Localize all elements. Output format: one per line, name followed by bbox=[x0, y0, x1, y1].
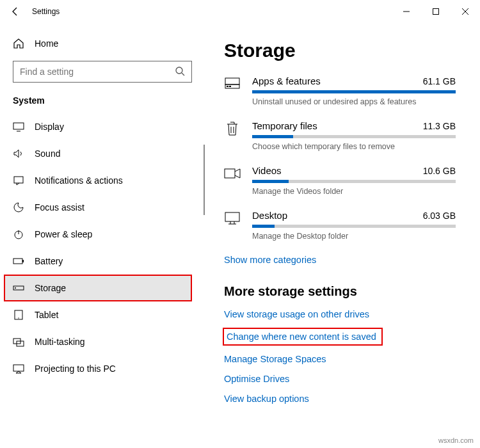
close-button[interactable] bbox=[451, 1, 480, 22]
storage-name: Apps & features bbox=[252, 76, 321, 86]
trash-icon bbox=[224, 120, 241, 137]
main-panel: Storage Apps & features61.1 GB Uninstall… bbox=[205, 23, 480, 448]
link-storage-spaces[interactable]: Manage Storage Spaces bbox=[224, 354, 456, 364]
window-controls bbox=[392, 1, 480, 22]
sidebar-item-label: Storage bbox=[35, 283, 66, 293]
storage-bar bbox=[252, 135, 456, 138]
storage-icon bbox=[13, 282, 24, 294]
sidebar-item-label: Focus assist bbox=[35, 202, 84, 212]
sidebar-home[interactable]: Home bbox=[0, 33, 205, 54]
home-icon bbox=[13, 38, 24, 49]
power-icon bbox=[13, 228, 24, 240]
apps-icon bbox=[224, 76, 241, 92]
search-input[interactable] bbox=[20, 67, 175, 77]
sidebar-item-tablet[interactable]: Tablet bbox=[0, 301, 205, 328]
sidebar-item-label: Power & sleep bbox=[35, 229, 92, 239]
storage-row-apps[interactable]: Apps & features61.1 GB Uninstall unused … bbox=[224, 76, 456, 106]
storage-row-desktop[interactable]: Desktop6.03 GB Manage the Desktop folder bbox=[224, 210, 456, 241]
storage-desc: Manage the Desktop folder bbox=[252, 232, 456, 241]
svg-rect-2 bbox=[13, 123, 24, 129]
storage-name: Desktop bbox=[252, 210, 287, 221]
storage-bar bbox=[252, 180, 456, 183]
notifications-icon bbox=[13, 175, 24, 186]
sidebar-item-label: Display bbox=[35, 122, 64, 132]
storage-bar bbox=[252, 225, 456, 228]
sidebar-home-label: Home bbox=[35, 38, 58, 49]
sidebar-item-power-sleep[interactable]: Power & sleep bbox=[0, 221, 205, 248]
back-button[interactable] bbox=[6, 3, 24, 20]
sidebar-item-projecting[interactable]: Projecting to this PC bbox=[0, 355, 205, 382]
more-settings-heading: More storage settings bbox=[224, 284, 456, 299]
maximize-button[interactable] bbox=[421, 1, 451, 22]
video-icon bbox=[224, 165, 241, 182]
sidebar-section-label: System bbox=[0, 92, 205, 113]
svg-rect-0 bbox=[433, 9, 439, 15]
storage-bar bbox=[252, 90, 456, 93]
sidebar-item-storage[interactable]: Storage bbox=[4, 275, 192, 301]
titlebar: Settings bbox=[0, 0, 480, 23]
sidebar-item-label: Notifications & actions bbox=[35, 175, 123, 186]
focus-assist-icon bbox=[13, 202, 24, 213]
svg-point-8 bbox=[15, 287, 16, 289]
sidebar-item-label: Sound bbox=[35, 148, 60, 159]
sidebar-item-notifications[interactable]: Notifications & actions bbox=[0, 167, 205, 194]
link-optimise-drives[interactable]: Optimise Drives bbox=[224, 374, 456, 384]
svg-rect-13 bbox=[13, 365, 24, 371]
desktop-icon bbox=[224, 210, 241, 227]
sidebar-item-battery[interactable]: Battery bbox=[0, 248, 205, 275]
svg-rect-17 bbox=[229, 86, 231, 87]
storage-size: 61.1 GB bbox=[423, 76, 456, 86]
storage-desc: Uninstall unused or undesired apps & fea… bbox=[252, 97, 456, 106]
sidebar-item-label: Projecting to this PC bbox=[35, 364, 116, 374]
sidebar: Home System Display Sound bbox=[0, 23, 205, 448]
svg-point-1 bbox=[176, 67, 182, 74]
sidebar-item-focus-assist[interactable]: Focus assist bbox=[0, 194, 205, 221]
battery-icon bbox=[13, 255, 24, 267]
scrollbar[interactable] bbox=[204, 145, 205, 215]
watermark: wsxdn.com bbox=[438, 436, 474, 444]
multitasking-icon bbox=[13, 336, 24, 348]
minimize-button[interactable] bbox=[392, 1, 421, 22]
search-box[interactable] bbox=[13, 61, 192, 83]
window-title: Settings bbox=[32, 7, 60, 16]
storage-desc: Manage the Videos folder bbox=[252, 187, 456, 196]
svg-rect-5 bbox=[13, 259, 22, 264]
link-other-drives[interactable]: View storage usage on other drives bbox=[224, 309, 456, 319]
sidebar-item-multitasking[interactable]: Multi-tasking bbox=[0, 328, 205, 355]
sound-icon bbox=[13, 148, 24, 159]
svg-rect-16 bbox=[227, 86, 228, 87]
svg-rect-3 bbox=[14, 177, 23, 183]
svg-point-10 bbox=[18, 317, 19, 318]
storage-row-temp[interactable]: Temporary files11.3 GB Choose which temp… bbox=[224, 120, 456, 151]
projecting-icon bbox=[13, 363, 24, 374]
svg-rect-18 bbox=[225, 169, 235, 178]
storage-name: Temporary files bbox=[252, 120, 317, 131]
display-icon bbox=[13, 121, 24, 132]
storage-row-videos[interactable]: Videos10.6 GB Manage the Videos folder bbox=[224, 165, 456, 196]
storage-desc: Choose which temporary files to remove bbox=[252, 142, 456, 151]
tablet-icon bbox=[13, 309, 24, 321]
svg-rect-6 bbox=[22, 260, 24, 262]
svg-rect-19 bbox=[225, 212, 239, 221]
storage-name: Videos bbox=[252, 165, 282, 176]
page-title: Storage bbox=[224, 40, 456, 61]
sidebar-item-label: Tablet bbox=[35, 310, 58, 320]
sidebar-item-display[interactable]: Display bbox=[0, 113, 205, 140]
sidebar-item-sound[interactable]: Sound bbox=[0, 140, 205, 167]
show-more-link[interactable]: Show more categories bbox=[224, 255, 456, 265]
sidebar-item-label: Multi-tasking bbox=[35, 337, 85, 347]
svg-rect-14 bbox=[225, 78, 239, 84]
sidebar-item-label: Battery bbox=[35, 256, 63, 266]
storage-size: 11.3 GB bbox=[423, 121, 456, 131]
link-change-save-location[interactable]: Change where new content is saved bbox=[227, 332, 376, 342]
storage-size: 10.6 GB bbox=[423, 166, 456, 176]
storage-size: 6.03 GB bbox=[423, 211, 456, 221]
link-backup-options[interactable]: View backup options bbox=[224, 394, 456, 404]
search-icon bbox=[175, 66, 185, 78]
